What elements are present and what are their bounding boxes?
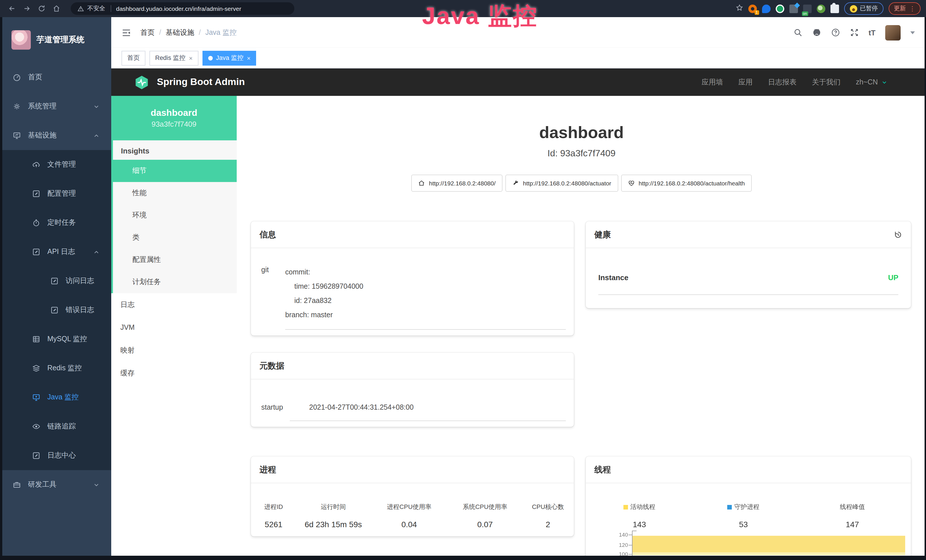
sidebar-item-access-log[interactable]: 访问日志 [0, 266, 111, 295]
system-cpu-usage: 0.07 [448, 520, 522, 529]
sidebar-item-redis-monitor[interactable]: Redis 监控 [0, 354, 111, 383]
menu-fold-icon[interactable] [121, 28, 131, 37]
menu-item-config-props[interactable]: 配置属性 [113, 249, 237, 271]
sidebar-item-label: 错误日志 [66, 305, 94, 315]
instance-link-actuator[interactable]: http://192.168.0.2:48080/actuator [505, 175, 618, 192]
menu-item-metrics[interactable]: 性能 [113, 182, 237, 204]
menu-item-scheduled-tasks[interactable]: 计划任务 [113, 271, 237, 293]
browser-menu-icon[interactable]: ⋮ [909, 5, 915, 12]
menu-item-details[interactable]: 细节 [113, 160, 237, 182]
sba-nav-applications[interactable]: 应用 [738, 77, 753, 87]
app-logo-row[interactable]: 芋道管理系统 [0, 17, 111, 63]
process-col-header: 运行时间 [296, 502, 370, 511]
sidebar-item-tracing[interactable]: 链路追踪 [0, 412, 111, 441]
help-icon[interactable] [831, 28, 840, 37]
sba-navbar: Spring Boot Admin 应用墙 应用 日志报表 关于我们 zh~CN [111, 68, 926, 96]
sidebar-item-label: Java 监控 [47, 392, 79, 402]
sba-nav-about[interactable]: 关于我们 [812, 77, 840, 87]
daemon-threads-swatch [728, 505, 732, 509]
link-label: http://192.168.0.2:48080/ [429, 180, 496, 186]
extension-icon-leaf[interactable] [817, 4, 825, 13]
browser-back-button[interactable] [6, 2, 18, 15]
sba-nav-journal[interactable]: 日志报表 [768, 77, 796, 87]
browser-update-button[interactable]: 更新 ⋮ [889, 2, 921, 15]
font-size-icon[interactable]: tT [869, 28, 876, 37]
sba-sidebar: dashboard 93a3fc7f7409 Insights 细节 性能 环境… [111, 96, 237, 560]
menu-item-mappings[interactable]: 映射 [111, 339, 237, 362]
tab-java-monitor[interactable]: Java 监控 × [202, 50, 256, 65]
breadcrumb-separator: / [199, 29, 201, 36]
history-icon[interactable] [894, 230, 902, 239]
sba-app-header[interactable]: dashboard 93a3fc7f7409 [111, 96, 237, 140]
instance-link-health[interactable]: http://192.168.0.2:48080/actuator/health [621, 175, 752, 192]
sidebar-item-dev-tools[interactable]: 研发工具 [0, 470, 111, 499]
health-card: 健康 Instance UP [586, 221, 911, 308]
sidebar-item-label: Redis 监控 [47, 363, 82, 373]
tab-home[interactable]: 首页 [121, 50, 145, 65]
menu-item-jvm[interactable]: JVM [111, 316, 237, 339]
sidebar-item-config-mgmt[interactable]: 配置管理 [0, 179, 111, 208]
sidebar-item-java-monitor[interactable]: Java 监控 [0, 383, 111, 412]
eye-icon [32, 422, 41, 431]
locale-selector[interactable]: zh~CN [856, 78, 888, 86]
wrench-icon [512, 180, 519, 186]
browser-reload-button[interactable] [35, 2, 48, 15]
process-card-title: 进程 [260, 464, 276, 475]
sidebar-item-system-mgmt[interactable]: 系统管理 [0, 92, 111, 121]
fullscreen-icon[interactable] [850, 28, 859, 37]
app-logo [11, 30, 31, 50]
extension-icon-on-badge[interactable] [803, 4, 811, 13]
threads-card: 线程 活动线程 守护进程 线程峰值 143 53 147 140 120 100 [586, 456, 911, 560]
breadcrumb-home[interactable]: 首页 [140, 28, 154, 37]
browser-home-button[interactable] [50, 2, 63, 15]
menu-item-logs[interactable]: 日志 [111, 293, 237, 316]
metadata-card-title: 元数据 [260, 360, 284, 371]
tags-view-bar: 首页 Redis 监控 × Java 监控 × [111, 48, 926, 68]
extension-icon-green-circle[interactable] [775, 4, 784, 13]
breadcrumb-infrastructure[interactable]: 基础设施 [166, 28, 194, 37]
sidebar-item-api-log[interactable]: API 日志 [0, 238, 111, 266]
health-instance-row[interactable]: Instance UP [598, 273, 898, 295]
instance-link-root[interactable]: http://192.168.0.2:48080/ [411, 175, 502, 192]
sidebar-item-log-center[interactable]: 日志中心 [0, 441, 111, 470]
bookmark-star-icon[interactable] [735, 3, 743, 14]
extension-puzzle-icon[interactable] [830, 4, 839, 13]
extension-icon-pin[interactable] [762, 4, 770, 13]
sidebar-item-mysql-monitor[interactable]: MySQL 监控 [0, 325, 111, 354]
caret-down-icon[interactable] [910, 31, 915, 34]
sidebar-item-home[interactable]: 首页 [0, 63, 111, 92]
search-icon[interactable] [793, 28, 802, 37]
tab-redis-monitor[interactable]: Redis 监控 × [150, 50, 198, 65]
address-bar[interactable]: 不安全 dashboard.yudao.iocoder.cn/infra/adm… [71, 2, 294, 15]
close-icon[interactable]: × [247, 54, 251, 61]
extension-icon-orange[interactable]: 1 [748, 4, 757, 13]
sidebar-item-scheduled-jobs[interactable]: 定时任务 [0, 208, 111, 238]
locale-label: zh~CN [856, 78, 878, 86]
menu-item-caches[interactable]: 缓存 [111, 362, 237, 384]
emoji-face-icon [850, 5, 857, 12]
avatar[interactable] [885, 25, 900, 40]
profile-paused-chip[interactable]: 已暂停 [844, 2, 884, 15]
sba-nav-wallboard[interactable]: 应用墙 [702, 77, 723, 87]
chevron-up-icon [93, 132, 100, 139]
paused-label: 已暂停 [860, 5, 878, 12]
info-card: 信息 git commit: time: 1596289704000 id: 2… [251, 221, 574, 336]
forward-icon [23, 5, 31, 12]
process-cpu-usage: 0.04 [371, 520, 448, 529]
close-icon[interactable]: × [189, 54, 192, 61]
database-icon [32, 335, 41, 344]
menu-item-classes[interactable]: 类 [113, 227, 237, 249]
tab-label: Java 监控 [216, 54, 244, 62]
sba-content: dashboard Id: 93a3fc7f7409 http://192.16… [237, 96, 926, 560]
menu-item-environment[interactable]: 环境 [113, 204, 237, 227]
sidebar-item-error-log[interactable]: 错误日志 [0, 295, 111, 325]
window-frame-right [924, 17, 926, 560]
browser-forward-button[interactable] [21, 2, 33, 15]
chevron-down-icon [93, 481, 100, 488]
sidebar-item-file-mgmt[interactable]: 文件管理 [0, 150, 111, 179]
extension-icon-grid[interactable] [789, 4, 798, 13]
tab-label: Redis 监控 [155, 54, 185, 62]
github-icon[interactable] [812, 28, 821, 37]
app-sidebar: 芋道管理系统 首页 系统管理 基础设施 文件管理 配置管理 [0, 17, 111, 560]
sidebar-item-infrastructure[interactable]: 基础设施 [0, 121, 111, 150]
